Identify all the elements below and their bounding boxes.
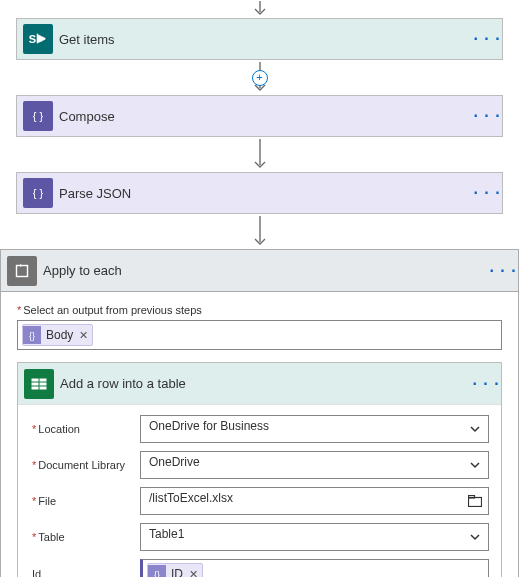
step-title: Parse JSON — [59, 186, 472, 201]
svg-text:{ }: { } — [33, 110, 44, 122]
table-select[interactable]: Table1 — [140, 523, 489, 551]
output-select-input[interactable]: {} Body ✕ — [17, 320, 502, 350]
output-select-label: *Select an output from previous steps — [17, 304, 502, 316]
sharepoint-icon: S⯈ — [23, 24, 53, 54]
compose-icon: { } — [23, 101, 53, 131]
flow-arrow-icon — [253, 1, 267, 17]
step-menu-button[interactable]: · · · — [488, 262, 518, 280]
loop-icon — [7, 256, 37, 286]
file-label: *File — [30, 495, 140, 507]
step-title: Compose — [59, 109, 472, 124]
add-row-header[interactable]: Add a row into a table · · · — [18, 363, 501, 405]
token-label: ID — [171, 567, 183, 577]
step-title: Add a row into a table — [60, 376, 471, 391]
token-label: Body — [46, 328, 73, 342]
token-body[interactable]: {} Body ✕ — [22, 324, 93, 346]
step-menu-button[interactable]: · · · — [472, 30, 502, 48]
step-add-row: Add a row into a table · · · *Location O… — [17, 362, 502, 577]
svg-text:{}: {} — [29, 331, 35, 341]
svg-text:{}: {} — [154, 570, 160, 578]
flow-arrow-icon — [253, 216, 267, 248]
step-parse-json[interactable]: { } Parse JSON · · · — [16, 172, 503, 214]
step-get-items[interactable]: S⯈ Get items · · · — [16, 18, 503, 60]
apply-to-each-header[interactable]: Apply to each · · · — [1, 250, 518, 292]
step-menu-button[interactable]: · · · — [471, 375, 501, 393]
flow-arrow-icon — [253, 139, 267, 171]
step-menu-button[interactable]: · · · — [472, 184, 502, 202]
token-remove-button[interactable]: ✕ — [189, 568, 198, 578]
step-apply-to-each: Apply to each · · · *Select an output fr… — [0, 249, 519, 577]
token-id[interactable]: {} ID ✕ — [147, 563, 203, 577]
svg-text:{ }: { } — [33, 187, 44, 199]
step-menu-button[interactable]: · · · — [472, 107, 502, 125]
location-label: *Location — [30, 423, 140, 435]
file-input[interactable]: /listToExcel.xlsx — [140, 487, 489, 515]
table-label: *Table — [30, 531, 140, 543]
step-compose[interactable]: { } Compose · · · — [16, 95, 503, 137]
library-select[interactable]: OneDrive — [140, 451, 489, 479]
excel-icon — [24, 369, 54, 399]
token-icon: {} — [23, 326, 41, 344]
svg-rect-6 — [17, 265, 28, 276]
step-title: Get items — [59, 32, 472, 47]
library-label: *Document Library — [30, 459, 140, 471]
step-title: Apply to each — [43, 263, 488, 278]
id-input[interactable]: {} ID ✕ — [140, 559, 489, 577]
id-label: Id — [30, 568, 140, 577]
token-icon: {} — [148, 565, 166, 577]
location-select[interactable]: OneDrive for Business — [140, 415, 489, 443]
token-remove-button[interactable]: ✕ — [79, 329, 88, 342]
add-step-button[interactable]: + — [252, 70, 268, 86]
parse-json-icon: { } — [23, 178, 53, 208]
